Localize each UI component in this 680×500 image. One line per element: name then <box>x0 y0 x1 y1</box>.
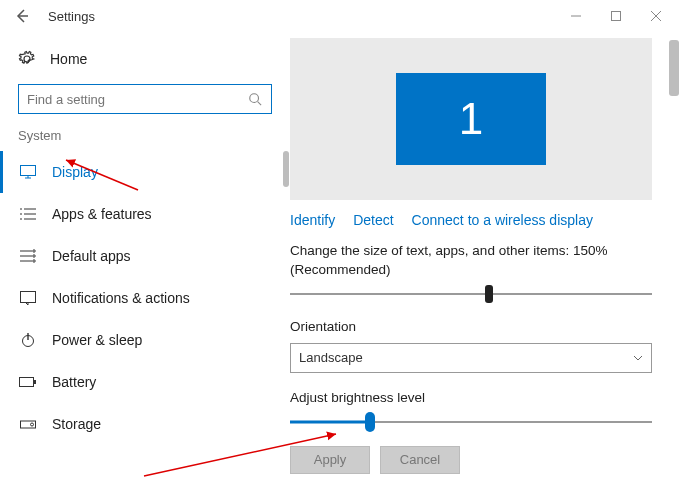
list-icon <box>18 207 38 221</box>
chevron-down-icon <box>633 355 643 361</box>
svg-rect-7 <box>21 166 36 176</box>
home-nav[interactable]: Home <box>0 40 290 78</box>
nav-label: Notifications & actions <box>52 290 190 306</box>
button-row: Apply Cancel <box>290 446 652 474</box>
arrow-left-icon <box>14 8 30 24</box>
svg-point-19 <box>33 255 35 257</box>
nav-label: Default apps <box>52 248 131 264</box>
power-icon <box>18 332 38 348</box>
cancel-button[interactable]: Cancel <box>380 446 460 474</box>
nav-label: Storage <box>52 416 101 432</box>
search-icon <box>248 92 262 106</box>
storage-icon <box>18 418 38 430</box>
nav-label: Apps & features <box>52 206 152 222</box>
monitor-icon <box>18 165 38 179</box>
monitor-number: 1 <box>459 94 483 144</box>
brightness-slider-fill <box>290 420 370 423</box>
brightness-slider-thumb[interactable] <box>365 412 375 432</box>
svg-point-28 <box>31 423 34 426</box>
minimize-button[interactable] <box>556 0 596 32</box>
close-icon <box>651 11 661 21</box>
svg-rect-22 <box>21 292 36 303</box>
nav-item-display[interactable]: Display <box>0 151 290 193</box>
sidebar: Home System Display Apps & features D <box>0 32 290 500</box>
nav-list: Display Apps & features Default apps Not… <box>0 151 290 445</box>
window-title: Settings <box>48 9 95 24</box>
scale-label: Change the size of text, apps, and other… <box>290 242 652 280</box>
detect-link[interactable]: Detect <box>353 212 393 228</box>
svg-line-6 <box>258 102 262 106</box>
nav-label: Power & sleep <box>52 332 142 348</box>
brightness-label: Adjust brightness level <box>290 389 652 408</box>
nav-item-notifications[interactable]: Notifications & actions <box>0 277 290 319</box>
window-controls <box>556 0 676 32</box>
sidebar-scrollbar[interactable] <box>282 151 290 431</box>
nav-label: Battery <box>52 374 96 390</box>
nav-item-battery[interactable]: Battery <box>0 361 290 403</box>
main-scroll-thumb[interactable] <box>669 40 679 96</box>
svg-rect-26 <box>34 380 36 384</box>
maximize-icon <box>611 11 621 21</box>
scale-slider[interactable] <box>290 286 652 302</box>
home-label: Home <box>50 51 87 67</box>
group-label: System <box>0 126 290 151</box>
monitor-preview: 1 <box>290 38 652 200</box>
svg-point-5 <box>250 94 259 103</box>
svg-rect-25 <box>20 378 34 387</box>
main-scrollbar[interactable] <box>668 40 680 480</box>
nav-label: Display <box>52 164 98 180</box>
default-apps-icon <box>18 249 38 263</box>
minimize-icon <box>571 11 581 21</box>
close-button[interactable] <box>636 0 676 32</box>
apply-button[interactable]: Apply <box>290 446 370 474</box>
main-panel: 1 Identify Detect Connect to a wireless … <box>290 32 680 500</box>
nav-item-default-apps[interactable]: Default apps <box>0 235 290 277</box>
battery-icon <box>18 376 38 388</box>
display-link-row: Identify Detect Connect to a wireless di… <box>290 212 652 228</box>
wireless-link[interactable]: Connect to a wireless display <box>412 212 593 228</box>
nav-item-power[interactable]: Power & sleep <box>0 319 290 361</box>
gear-icon <box>18 50 36 68</box>
monitor-tile[interactable]: 1 <box>396 73 546 165</box>
notifications-icon <box>18 291 38 305</box>
sidebar-scroll-thumb[interactable] <box>283 151 289 187</box>
orientation-label: Orientation <box>290 318 652 337</box>
search-input[interactable] <box>18 84 272 114</box>
orientation-select[interactable]: Landscape <box>290 343 652 373</box>
back-button[interactable] <box>4 0 40 32</box>
brightness-slider[interactable] <box>290 414 652 430</box>
maximize-button[interactable] <box>596 0 636 32</box>
search-wrap <box>0 78 290 126</box>
svg-rect-2 <box>612 12 621 21</box>
nav-item-storage[interactable]: Storage <box>0 403 290 445</box>
slider-track-line <box>290 293 652 295</box>
orientation-value: Landscape <box>299 350 363 365</box>
titlebar: Settings <box>0 0 680 32</box>
nav-item-apps[interactable]: Apps & features <box>0 193 290 235</box>
identify-link[interactable]: Identify <box>290 212 335 228</box>
svg-point-17 <box>33 250 35 252</box>
svg-point-21 <box>33 260 35 262</box>
scale-slider-thumb[interactable] <box>485 285 493 303</box>
